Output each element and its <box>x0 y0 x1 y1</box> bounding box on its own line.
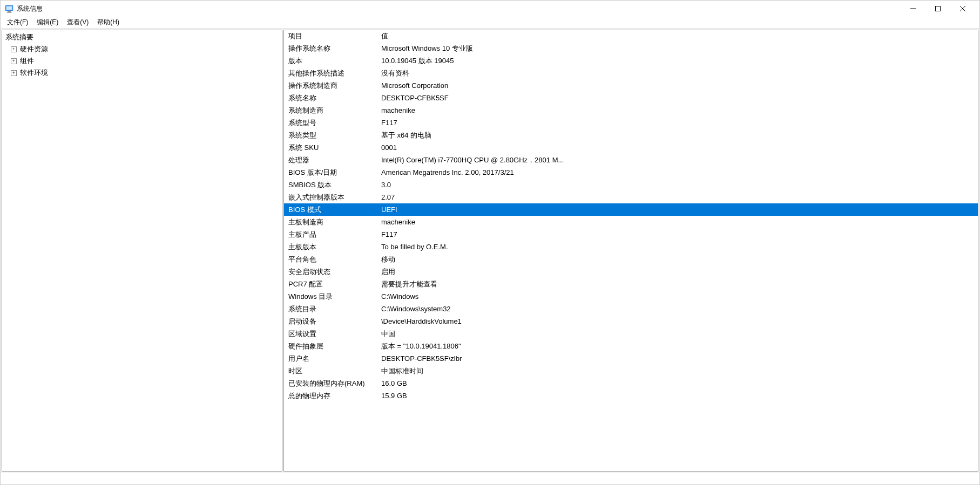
details-row[interactable]: 主板版本To be filled by O.E.M. <box>284 241 978 253</box>
details-scroll[interactable]: 项目 值 操作系统名称Microsoft Windows 10 专业版版本10.… <box>284 30 978 471</box>
svg-rect-3 <box>7 12 12 13</box>
details-item: BIOS 版本/日期 <box>284 166 377 179</box>
details-item: 时区 <box>284 365 377 377</box>
details-value: 3.0 <box>377 179 978 191</box>
tree-root-system-summary[interactable]: 系统摘要 <box>3 31 281 43</box>
details-row[interactable]: 硬件抽象层版本 = "10.0.19041.1806" <box>284 340 978 352</box>
details-value: DESKTOP-CFBK5SF <box>377 92 978 104</box>
details-item: 总的物理内存 <box>284 390 377 402</box>
menu-view[interactable]: 查看(V) <box>64 17 92 28</box>
details-item: 系统目录 <box>284 303 377 315</box>
details-row[interactable]: 主板制造商machenike <box>284 216 978 228</box>
app-icon <box>5 4 13 13</box>
details-value: 没有资料 <box>377 67 978 79</box>
menubar: 文件(F) 编辑(E) 查看(V) 帮助(H) <box>1 17 979 29</box>
details-row[interactable]: 处理器Intel(R) Core(TM) i7-7700HQ CPU @ 2.8… <box>284 154 978 166</box>
tree-node[interactable]: +软件环境 <box>3 67 281 79</box>
details-item: 区域设置 <box>284 327 377 340</box>
details-row[interactable]: 其他操作系统描述没有资料 <box>284 67 978 79</box>
details-item: 硬件抽象层 <box>284 340 377 352</box>
details-row[interactable]: SMBIOS 版本3.0 <box>284 179 978 191</box>
details-row[interactable]: BIOS 模式UEFI <box>284 203 978 216</box>
details-item: PCR7 配置 <box>284 278 377 290</box>
expand-icon[interactable]: + <box>11 46 17 52</box>
close-button[interactable] <box>950 1 975 17</box>
details-value: F117 <box>377 228 978 241</box>
svg-rect-5 <box>936 6 941 11</box>
details-value: 移动 <box>377 253 978 265</box>
details-item: Windows 目录 <box>284 290 377 303</box>
details-value: C:\Windows\system32 <box>377 303 978 315</box>
titlebar: 系统信息 <box>1 1 979 17</box>
details-item: 用户名 <box>284 352 377 365</box>
menu-file[interactable]: 文件(F) <box>4 17 31 28</box>
window-title: 系统信息 <box>17 4 43 13</box>
details-row[interactable]: 系统制造商machenike <box>284 104 978 117</box>
details-value: To be filled by O.E.M. <box>377 241 978 253</box>
details-row[interactable]: 系统 SKU0001 <box>284 141 978 154</box>
svg-rect-2 <box>8 11 11 12</box>
details-row[interactable]: 总的物理内存15.9 GB <box>284 390 978 402</box>
details-item: 启动设备 <box>284 315 377 327</box>
details-table: 项目 值 操作系统名称Microsoft Windows 10 专业版版本10.… <box>284 30 978 402</box>
details-value: 16.0 GB <box>377 377 978 390</box>
details-item: 系统类型 <box>284 129 377 141</box>
header-item[interactable]: 项目 <box>284 30 377 42</box>
details-item: 版本 <box>284 54 377 67</box>
msinfo32-window: 系统信息 文件(F) 编辑(E) 查看(V) 帮助(H) 系统摘要 +硬件 <box>0 0 980 485</box>
details-value: 10.0.19045 版本 19045 <box>377 54 978 67</box>
details-value: UEFI <box>377 203 978 216</box>
details-header-row[interactable]: 项目 值 <box>284 30 978 42</box>
details-row[interactable]: Windows 目录C:\Windows <box>284 290 978 303</box>
details-item: SMBIOS 版本 <box>284 179 377 191</box>
details-row[interactable]: 区域设置中国 <box>284 327 978 340</box>
details-row[interactable]: 系统目录C:\Windows\system32 <box>284 303 978 315</box>
details-item: 其他操作系统描述 <box>284 67 377 79</box>
details-row[interactable]: BIOS 版本/日期American Megatrends Inc. 2.00,… <box>284 166 978 179</box>
details-row[interactable]: 系统型号F117 <box>284 117 978 129</box>
details-item: 系统名称 <box>284 92 377 104</box>
details-row[interactable]: PCR7 配置需要提升才能查看 <box>284 278 978 290</box>
details-row[interactable]: 平台角色移动 <box>284 253 978 265</box>
details-value: DESKTOP-CFBK5SF\zlbr <box>377 352 978 365</box>
statusbar <box>1 473 979 484</box>
tree-node[interactable]: +组件 <box>3 55 281 67</box>
menu-help[interactable]: 帮助(H) <box>94 17 123 28</box>
details-value: 中国标准时间 <box>377 365 978 377</box>
details-value: 2.07 <box>377 191 978 203</box>
details-row[interactable]: 安全启动状态启用 <box>284 265 978 278</box>
details-value: 基于 x64 的电脑 <box>377 129 978 141</box>
details-row[interactable]: 主板产品F117 <box>284 228 978 241</box>
tree-node-label: 硬件资源 <box>20 44 48 54</box>
details-item: 操作系统制造商 <box>284 79 377 92</box>
details-value: machenike <box>377 104 978 117</box>
details-row[interactable]: 用户名DESKTOP-CFBK5SF\zlbr <box>284 352 978 365</box>
expand-icon[interactable]: + <box>11 58 17 64</box>
details-row[interactable]: 版本10.0.19045 版本 19045 <box>284 54 978 67</box>
details-row[interactable]: 时区中国标准时间 <box>284 365 978 377</box>
tree-node[interactable]: +硬件资源 <box>3 43 281 55</box>
details-row[interactable]: 操作系统名称Microsoft Windows 10 专业版 <box>284 42 978 54</box>
details-row[interactable]: 已安装的物理内存(RAM)16.0 GB <box>284 377 978 390</box>
details-value: Microsoft Corporation <box>377 79 978 92</box>
details-row[interactable]: 启动设备\Device\HarddiskVolume1 <box>284 315 978 327</box>
expand-icon[interactable]: + <box>11 70 17 76</box>
maximize-button[interactable] <box>925 1 950 17</box>
details-pane: 项目 值 操作系统名称Microsoft Windows 10 专业版版本10.… <box>283 30 978 472</box>
details-row[interactable]: 嵌入式控制器版本2.07 <box>284 191 978 203</box>
minimize-button[interactable] <box>901 1 925 17</box>
tree-pane[interactable]: 系统摘要 +硬件资源+组件+软件环境 <box>2 30 282 472</box>
header-value[interactable]: 值 <box>377 30 978 42</box>
menu-edit[interactable]: 编辑(E) <box>33 17 62 28</box>
details-item: 主板产品 <box>284 228 377 241</box>
details-item: 平台角色 <box>284 253 377 265</box>
details-value: 需要提升才能查看 <box>377 278 978 290</box>
details-item: 已安装的物理内存(RAM) <box>284 377 377 390</box>
details-value: 中国 <box>377 327 978 340</box>
details-item: 系统制造商 <box>284 104 377 117</box>
details-value: Intel(R) Core(TM) i7-7700HQ CPU @ 2.80GH… <box>377 154 978 166</box>
details-row[interactable]: 操作系统制造商Microsoft Corporation <box>284 79 978 92</box>
details-value: C:\Windows <box>377 290 978 303</box>
details-row[interactable]: 系统名称DESKTOP-CFBK5SF <box>284 92 978 104</box>
details-row[interactable]: 系统类型基于 x64 的电脑 <box>284 129 978 141</box>
